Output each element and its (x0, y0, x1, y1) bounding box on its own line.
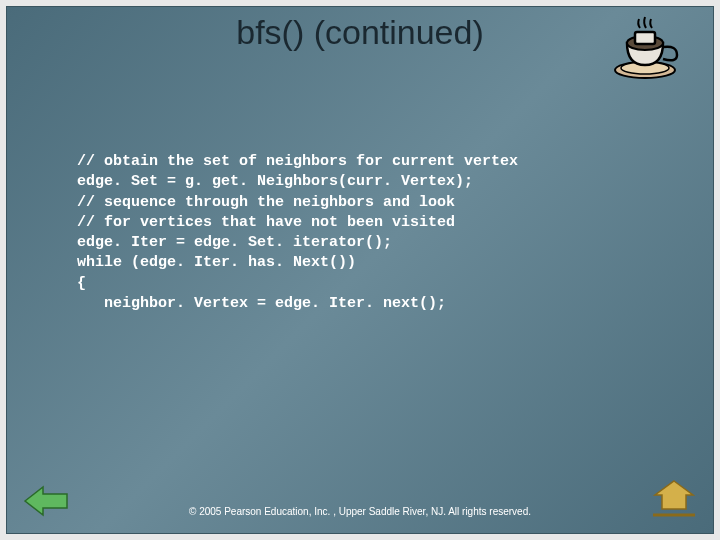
home-arrow-icon (651, 479, 697, 519)
code-listing: // obtain the set of neighbors for curre… (77, 152, 653, 314)
svg-rect-3 (635, 32, 655, 44)
home-button[interactable] (651, 479, 697, 523)
slide-content: bfs() (continued) // obtain the set of n… (6, 6, 714, 534)
prev-arrow-icon (23, 483, 69, 519)
copyright-footer: © 2005 Pearson Education, Inc. , Upper S… (7, 506, 713, 517)
page-title: bfs() (continued) (7, 13, 713, 52)
slide-frame: bfs() (continued) // obtain the set of n… (0, 0, 720, 540)
prev-button[interactable] (23, 483, 69, 523)
coffee-cup-icon (609, 15, 687, 85)
